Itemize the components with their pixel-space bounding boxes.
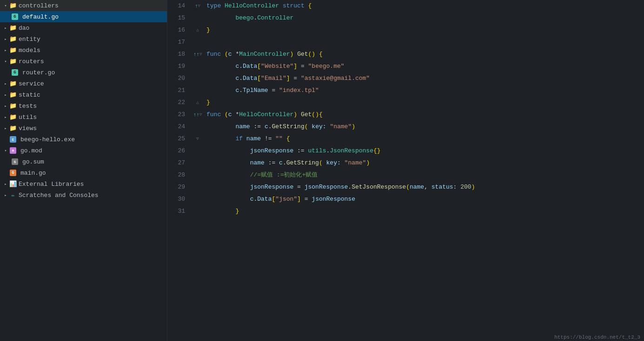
line-number: 19 xyxy=(167,60,191,72)
sidebar-label: default.go xyxy=(22,13,59,20)
chevron-right-icon: ▸ xyxy=(2,91,9,98)
sidebar-item-scratches[interactable]: ▸ ✏️ Scratches and Consoles xyxy=(0,190,167,201)
line-gutter-29 xyxy=(191,181,205,193)
code-line-16: 16 △ } xyxy=(167,24,644,36)
chevron-right-icon: ▸ xyxy=(2,102,9,110)
sidebar-item-default-go[interactable]: G default.go xyxy=(0,11,167,22)
fold-icon[interactable]: ▽ xyxy=(196,133,199,145)
sidebar-label: controllers xyxy=(19,2,59,9)
fold-icon[interactable]: ▽ xyxy=(199,109,202,121)
line-number: 24 xyxy=(167,121,191,133)
sidebar-item-dao[interactable]: ▸ 📁 dao xyxy=(0,22,167,33)
fold-icon[interactable]: △ xyxy=(196,24,199,36)
gutter-run-icon[interactable]: ↑ xyxy=(193,109,197,121)
line-number: 29 xyxy=(167,181,191,193)
chevron-right-icon: ▸ xyxy=(2,113,9,121)
folder-icon: 📁 xyxy=(9,46,17,54)
sidebar-item-views[interactable]: ▸ 📁 views xyxy=(0,123,167,134)
line-gutter-26 xyxy=(191,145,205,157)
line-number: 26 xyxy=(167,145,191,157)
code-line-28: 28 //=赋值 :=初始化+赋值 xyxy=(167,169,644,181)
gutter-run-icon[interactable]: ↑ xyxy=(193,48,197,60)
line-gutter-24 xyxy=(191,121,205,133)
sidebar-item-beego-hello-exe[interactable]: E beego-hello.exe xyxy=(0,134,167,145)
code-line-21: 21 c.TplName = "index.tpl" xyxy=(167,85,644,97)
code-content-29: jsonResponse = jsonResponse.SetJsonRespo… xyxy=(205,181,644,193)
sidebar-item-router-go[interactable]: G router.go xyxy=(0,67,167,78)
line-gutter-25[interactable]: ▽ xyxy=(191,133,205,145)
sidebar-label: views xyxy=(19,125,37,132)
line-number: 22 xyxy=(167,97,191,109)
code-content-25: if name != "" { xyxy=(205,133,644,145)
line-gutter-14[interactable]: ↑▽ xyxy=(191,0,205,12)
sidebar-item-utils[interactable]: ▸ 📁 utils xyxy=(0,111,167,123)
folder-icon: 📁 xyxy=(9,125,17,132)
code-content-31: } xyxy=(205,205,644,217)
sidebar-item-routers[interactable]: ▾ 📁 routers xyxy=(0,56,167,67)
ext-lib-icon: 📊 xyxy=(9,180,17,188)
line-gutter-21 xyxy=(191,85,205,97)
exe-file-icon: E xyxy=(9,136,17,143)
sidebar-label: dao xyxy=(19,25,29,32)
line-gutter-22[interactable]: △ xyxy=(191,97,205,109)
sidebar-item-go-mod[interactable]: ▾ M go.mod xyxy=(0,145,167,156)
sidebar-item-entity[interactable]: ▸ 📁 entity xyxy=(0,33,167,45)
fold-icon[interactable]: △ xyxy=(196,97,199,109)
gutter-run2-icon[interactable]: ↑ xyxy=(196,48,199,60)
chevron-right-icon: ▸ xyxy=(2,125,9,132)
chevron-right-icon: ▸ xyxy=(2,35,9,43)
line-number: 31 xyxy=(167,205,191,217)
code-line-14: 14 ↑▽ type HelloController struct { xyxy=(167,0,644,12)
folder-icon: 📁 xyxy=(9,91,17,98)
code-content-30: c.Data["json"] = jsonResponse xyxy=(205,193,644,205)
sidebar-item-tests[interactable]: ▸ 📁 tests xyxy=(0,100,167,111)
fold-icon[interactable]: ▽ xyxy=(198,0,200,12)
folder-icon: 📁 xyxy=(9,2,17,9)
gutter-run-icon[interactable]: ↑ xyxy=(195,0,198,12)
line-number: 16 xyxy=(167,24,191,36)
chevron-right-icon: ▸ xyxy=(2,180,9,188)
file-tree: ▾ 📁 controllers G default.go ▸ 📁 dao ▸ 📁… xyxy=(0,0,167,341)
code-line-24: 24 name := c.GetString( key: "name") xyxy=(167,121,644,133)
sidebar-item-main-go[interactable]: G main.go xyxy=(0,167,167,178)
sidebar-item-models[interactable]: ▸ 📁 models xyxy=(0,45,167,56)
sidebar-label: go.mod xyxy=(20,147,42,154)
sidebar-item-go-sum[interactable]: S go.sum xyxy=(0,156,167,167)
watermark-text: https://blog.csdn.net/t_t2_3 xyxy=(554,334,640,340)
sidebar-label: entity xyxy=(19,36,40,43)
go-file-icon: G xyxy=(11,69,19,76)
sidebar-item-service[interactable]: ▸ 📁 service xyxy=(0,78,167,89)
code-content-20: c.Data["Email"] = "astaxie@gmail.com" xyxy=(205,72,644,85)
sidebar-label: models xyxy=(19,47,40,54)
line-gutter-16[interactable]: △ xyxy=(191,24,205,36)
code-content-22: } xyxy=(205,97,644,109)
sidebar-item-controllers[interactable]: ▾ 📁 controllers xyxy=(0,0,167,11)
sidebar-label: utils xyxy=(19,114,37,121)
chevron-right-icon: ▸ xyxy=(2,191,9,199)
fold-icon[interactable]: ▽ xyxy=(199,48,202,60)
line-number: 30 xyxy=(167,193,191,205)
line-gutter-15 xyxy=(191,12,205,24)
gutter-run2-icon[interactable]: ↑ xyxy=(196,109,199,121)
scratch-icon: ✏️ xyxy=(9,191,17,199)
line-number: 20 xyxy=(167,72,191,85)
sidebar-item-static[interactable]: ▸ 📁 static xyxy=(0,89,167,100)
url-watermark: https://blog.csdn.net/t_t2_3 xyxy=(551,334,644,341)
sidebar-label: go.sum xyxy=(22,158,44,165)
sidebar-label: tests xyxy=(19,103,37,110)
line-gutter-23[interactable]: ↑↑▽ xyxy=(191,109,205,121)
chevron-right-icon: ▸ xyxy=(2,80,9,87)
code-content-28: //=赋值 :=初始化+赋值 xyxy=(205,169,644,181)
code-content-23: func (c *HelloController) Get(){ xyxy=(205,109,644,121)
code-line-31: 31 } xyxy=(167,205,644,217)
line-gutter-18[interactable]: ↑↑▽ xyxy=(191,48,205,60)
chevron-down-icon: ▾ xyxy=(2,2,9,9)
code-line-15: 15 beego.Controller xyxy=(167,12,644,24)
line-number: 18 xyxy=(167,48,191,60)
go-file-icon: G xyxy=(11,13,19,20)
folder-icon: 📁 xyxy=(9,58,17,65)
code-content-24: name := c.GetString( key: "name") xyxy=(205,121,644,133)
code-content-26: jsonResponse := utils.JsonResponse{} xyxy=(205,145,644,157)
sidebar-item-external-libraries[interactable]: ▸ 📊 External Libraries xyxy=(0,178,167,190)
code-content-16: } xyxy=(205,24,644,36)
